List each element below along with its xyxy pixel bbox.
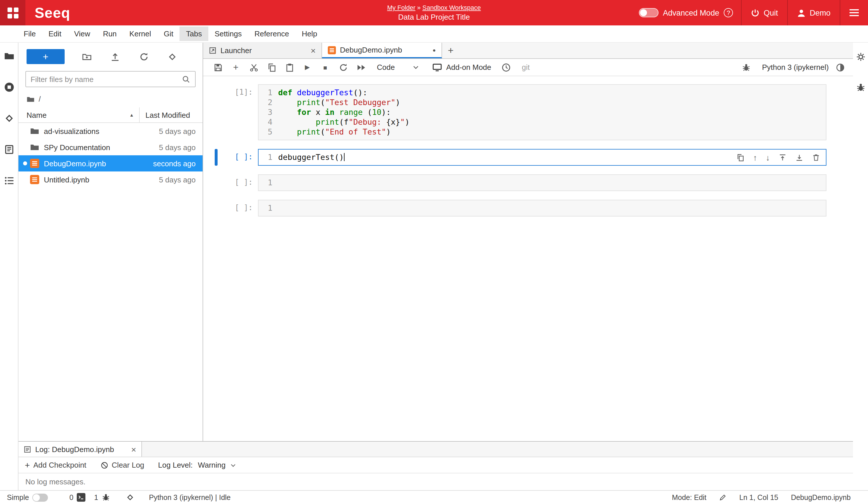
menu-tabs[interactable]: Tabs	[180, 27, 208, 41]
git-clone-icon[interactable]	[166, 51, 178, 63]
kernel-status-icon[interactable]	[836, 63, 845, 72]
upload-icon[interactable]	[110, 51, 122, 63]
tab-notebook-active[interactable]: DebugDemo.ipynb ●	[322, 43, 442, 58]
terminals-count-item[interactable]: 0	[69, 493, 85, 502]
cell-editor[interactable]: 1	[258, 174, 826, 191]
advanced-mode-toggle[interactable]	[639, 8, 658, 17]
menu-reference[interactable]: Reference	[248, 27, 296, 41]
git-toolbar-label[interactable]: git	[522, 63, 529, 72]
close-icon[interactable]: ×	[131, 445, 136, 453]
kernels-count-item[interactable]: 1	[94, 493, 110, 502]
cell-select-bar	[215, 200, 218, 216]
code-cell[interactable]: [1]: 12345 def debuggerTest(): print("Te…	[215, 84, 826, 140]
breadcrumb-my-folder-link[interactable]: My Folder	[387, 4, 415, 11]
extension-manager-icon[interactable]	[4, 144, 14, 155]
file-list: ad-visualizations 5 days ago SPy Documen…	[19, 123, 203, 441]
new-folder-icon[interactable]	[81, 51, 93, 63]
run-cell-icon[interactable]: ▶	[298, 59, 316, 76]
menu-settings[interactable]: Settings	[208, 27, 248, 41]
cell-editor[interactable]: 12345 def debuggerTest(): print("Test De…	[258, 84, 826, 140]
restart-run-all-icon[interactable]	[352, 59, 370, 76]
file-name: Untitled.ipynb	[44, 175, 159, 184]
table-of-contents-icon[interactable]	[4, 175, 14, 186]
delete-cell-icon[interactable]	[812, 153, 820, 161]
copy-cells-icon[interactable]	[262, 59, 280, 76]
topbar-right: Advanced Mode ? Quit Demo	[639, 0, 868, 25]
file-row[interactable]: SPy Documentation 5 days ago	[19, 139, 203, 155]
menu-kernel[interactable]: Kernel	[123, 27, 157, 41]
cursor-position-label[interactable]: Ln 1, Col 15	[739, 493, 778, 501]
cell-toolbar: ↑ ↓	[736, 153, 820, 161]
menu-edit[interactable]: Edit	[42, 27, 68, 41]
insert-cell-above-icon[interactable]	[778, 153, 787, 161]
file-row[interactable]: ad-visualizations 5 days ago	[19, 123, 203, 139]
debugger-panel-icon[interactable]	[856, 83, 865, 92]
breadcrumb-root[interactable]: /	[39, 95, 41, 103]
log-icon	[24, 445, 31, 453]
git-status-item[interactable]	[126, 493, 134, 502]
new-launcher-button[interactable]: +	[27, 49, 65, 64]
hamburger-menu-icon[interactable]	[840, 0, 868, 25]
app-switcher-button[interactable]	[0, 0, 25, 25]
code-area[interactable]: def debuggerTest(): print("Test Debugger…	[278, 88, 826, 137]
log-panel: Log: DebugDemo.ipynb × + Add Checkpoint …	[19, 441, 853, 490]
seeq-logo[interactable]: Seeq	[35, 4, 70, 21]
document-tabbar: Launcher × DebugDemo.ipynb ● +	[203, 43, 853, 59]
menu-run[interactable]: Run	[97, 27, 123, 41]
close-icon[interactable]: ×	[310, 46, 316, 55]
duplicate-cell-icon[interactable]	[736, 153, 744, 161]
log-level-select[interactable]: Warning	[198, 461, 237, 469]
kernel-name-button[interactable]: Python 3 (ipykernel)	[762, 63, 829, 72]
code-cell[interactable]: [ ]: 1	[215, 174, 826, 191]
menu-git[interactable]: Git	[157, 27, 180, 41]
code-cell-active[interactable]: [ ]: 1 debuggerTest() ↑ ↓	[215, 149, 826, 166]
column-header-modified[interactable]: Last Modified	[139, 107, 203, 122]
restart-kernel-icon[interactable]	[334, 59, 352, 76]
cell-editor[interactable]: 1	[258, 200, 826, 216]
cell-editor[interactable]: 1 debuggerTest() ↑ ↓	[258, 149, 826, 166]
file-browser-icon[interactable]	[4, 51, 14, 61]
simple-mode-toggle[interactable]	[32, 493, 48, 501]
user-menu-button[interactable]: Demo	[788, 0, 840, 25]
clear-log-button[interactable]: Clear Log	[100, 461, 144, 469]
log-level: Log Level: Warning	[158, 461, 237, 469]
tab-launcher[interactable]: Launcher ×	[203, 43, 322, 58]
move-cell-up-icon[interactable]: ↑	[753, 153, 757, 161]
add-checkpoint-button[interactable]: + Add Checkpoint	[25, 461, 86, 469]
paste-cells-icon[interactable]	[280, 59, 298, 76]
new-tab-button[interactable]: +	[442, 43, 459, 58]
code-area[interactable]	[278, 178, 826, 188]
menu-view[interactable]: View	[68, 27, 97, 41]
tab-log[interactable]: Log: DebugDemo.ipynb ×	[19, 442, 142, 457]
cell-type-select[interactable]: Code	[377, 63, 420, 72]
advanced-mode-label: Advanced Mode	[663, 8, 719, 17]
active-filename-label: DebugDemo.ipynb	[791, 493, 851, 501]
breadcrumb-workspace-link[interactable]: Sandbox Workspace	[422, 4, 481, 11]
cut-cells-icon[interactable]	[245, 59, 262, 76]
debugger-icon[interactable]	[737, 63, 755, 72]
line-number-gutter: 12345	[259, 88, 278, 137]
code-cell[interactable]: [ ]: 1	[215, 200, 826, 216]
addon-mode-button[interactable]: Add-on Mode	[432, 62, 491, 72]
filter-files-input[interactable]	[31, 75, 178, 83]
property-inspector-icon[interactable]	[856, 52, 865, 62]
file-browser-breadcrumb[interactable]: /	[19, 87, 203, 107]
file-row-selected[interactable]: DebugDemo.ipynb seconds ago	[19, 155, 203, 172]
save-icon[interactable]	[209, 59, 227, 76]
menu-help[interactable]: Help	[296, 27, 324, 41]
running-kernels-icon[interactable]	[4, 82, 14, 92]
git-icon[interactable]	[4, 113, 14, 124]
move-cell-down-icon[interactable]: ↓	[766, 153, 770, 161]
quit-button[interactable]: Quit	[742, 0, 787, 25]
column-header-name[interactable]: Name ▲	[19, 107, 139, 122]
stop-kernel-icon[interactable]: ■	[316, 59, 334, 76]
help-icon[interactable]: ?	[724, 8, 733, 17]
refresh-icon[interactable]	[138, 51, 150, 63]
code-area[interactable]	[278, 203, 826, 213]
history-icon[interactable]	[497, 59, 515, 76]
file-row[interactable]: Untitled.ipynb 5 days ago	[19, 172, 203, 188]
insert-cell-below-icon[interactable]	[795, 153, 803, 161]
kernel-status-text[interactable]: Python 3 (ipykernel) | Idle	[149, 493, 230, 501]
add-cell-icon[interactable]: +	[227, 59, 245, 76]
menu-file[interactable]: File	[17, 27, 42, 41]
